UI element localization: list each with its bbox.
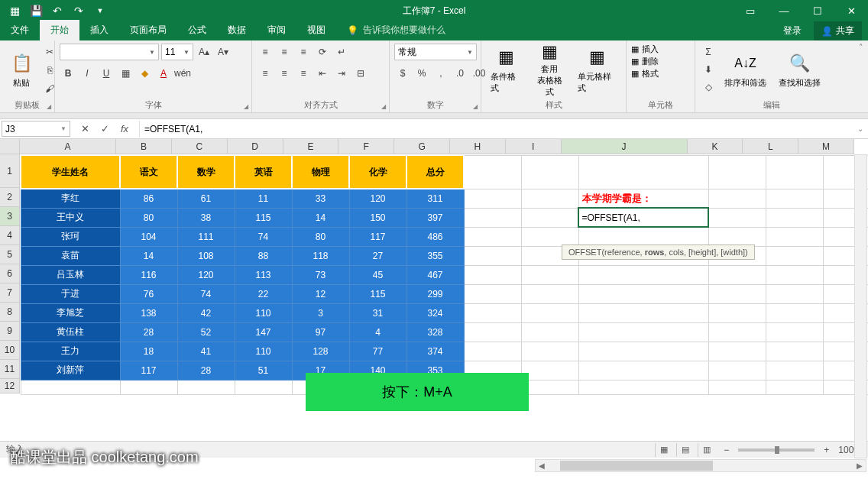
- zoom-out-icon[interactable]: −: [719, 445, 734, 455]
- cell[interactable]: 374: [406, 342, 464, 361]
- ribbon-options-icon[interactable]: ▭: [734, 0, 767, 21]
- cell[interactable]: [578, 265, 708, 284]
- cell[interactable]: [521, 155, 578, 189]
- cell[interactable]: 28: [177, 361, 235, 380]
- cell[interactable]: [521, 322, 578, 342]
- cell[interactable]: [521, 284, 578, 303]
- cell[interactable]: 4: [349, 322, 406, 342]
- page-break-icon[interactable]: ▥: [698, 443, 714, 457]
- col-header-M[interactable]: M: [798, 139, 854, 154]
- cell[interactable]: [464, 265, 521, 284]
- horizontal-scrollbar[interactable]: ◀ ▶: [535, 459, 866, 472]
- cell[interactable]: 吕玉林: [21, 265, 120, 284]
- row-header-6[interactable]: 6: [0, 264, 19, 283]
- cell[interactable]: 116: [120, 265, 177, 284]
- insert-button[interactable]: ▦插入: [631, 44, 659, 55]
- cell[interactable]: 王中义: [21, 208, 120, 227]
- qat-dropdown-icon[interactable]: ▼: [90, 2, 110, 20]
- cell[interactable]: 74: [177, 284, 235, 303]
- page-layout-icon[interactable]: ▤: [676, 443, 693, 457]
- cell[interactable]: 80: [120, 208, 177, 227]
- cell[interactable]: [464, 284, 521, 303]
- col-header-L[interactable]: L: [743, 139, 798, 154]
- number-format-combo[interactable]: 常规▼: [394, 44, 477, 60]
- cell[interactable]: [464, 227, 521, 246]
- cell[interactable]: [521, 303, 578, 322]
- align-right-icon[interactable]: ≡: [295, 65, 312, 82]
- cell[interactable]: 61: [177, 189, 235, 208]
- cell[interactable]: [578, 361, 708, 380]
- cell[interactable]: [464, 322, 521, 342]
- vertical-scrollbar[interactable]: [854, 154, 867, 458]
- undo-icon[interactable]: ↶: [47, 2, 67, 20]
- indent-dec-icon[interactable]: ⇤: [314, 65, 331, 82]
- cell[interactable]: 104: [120, 227, 177, 246]
- row-header-12[interactable]: 12: [0, 379, 19, 393]
- cell[interactable]: [766, 380, 823, 394]
- cell[interactable]: [708, 361, 766, 380]
- cell[interactable]: 42: [177, 303, 235, 322]
- cell[interactable]: 299: [406, 284, 464, 303]
- decimal-inc-icon[interactable]: .0: [452, 65, 468, 82]
- col-header-E[interactable]: E: [283, 139, 339, 154]
- cell[interactable]: [464, 303, 521, 322]
- cell[interactable]: 数学: [177, 155, 235, 189]
- cell[interactable]: [578, 284, 708, 303]
- fx-icon[interactable]: fx: [115, 121, 134, 138]
- cell[interactable]: 英语: [235, 155, 292, 189]
- cell[interactable]: [464, 189, 521, 208]
- row-header-7[interactable]: 7: [0, 283, 19, 303]
- col-header-B[interactable]: B: [116, 139, 172, 154]
- cell[interactable]: [766, 322, 823, 342]
- cell[interactable]: 14: [292, 208, 349, 227]
- cell[interactable]: [766, 208, 823, 227]
- expand-formula-icon[interactable]: ⌄: [853, 125, 868, 133]
- cell[interactable]: 77: [349, 342, 406, 361]
- cell[interactable]: 147: [235, 322, 292, 342]
- tab-formulas[interactable]: 公式: [177, 20, 217, 40]
- increase-font-icon[interactable]: A▴: [196, 44, 212, 60]
- zoom-in-icon[interactable]: +: [819, 445, 834, 455]
- cell[interactable]: [521, 361, 578, 380]
- cell[interactable]: 113: [235, 265, 292, 284]
- cell[interactable]: 化学: [349, 155, 406, 189]
- cell[interactable]: [766, 342, 823, 361]
- cell[interactable]: [521, 227, 578, 246]
- cell[interactable]: 3: [292, 303, 349, 322]
- cell[interactable]: [766, 361, 823, 380]
- formula-input[interactable]: =OFFSET(A1,: [139, 121, 853, 138]
- scroll-right-icon[interactable]: ▶: [853, 461, 866, 470]
- cell[interactable]: 45: [349, 265, 406, 284]
- scroll-left-icon[interactable]: ◀: [536, 461, 548, 470]
- save-icon[interactable]: 💾: [26, 2, 46, 20]
- select-all-corner[interactable]: [0, 139, 20, 154]
- cell[interactable]: 38: [177, 208, 235, 227]
- align-center-icon[interactable]: ≡: [276, 65, 293, 82]
- tab-view[interactable]: 视图: [296, 20, 336, 40]
- cancel-icon[interactable]: ✕: [75, 121, 95, 138]
- fill-color-icon[interactable]: ◆: [136, 65, 153, 82]
- cell[interactable]: [21, 380, 120, 394]
- cell[interactable]: [578, 380, 708, 394]
- col-header-F[interactable]: F: [338, 139, 394, 154]
- sort-filter-button[interactable]: A↓Z排序和筛选: [720, 44, 771, 96]
- row-header-10[interactable]: 10: [0, 341, 19, 360]
- row-header-5[interactable]: 5: [0, 245, 19, 264]
- align-top-icon[interactable]: ≡: [257, 44, 274, 60]
- col-header-J[interactable]: J: [562, 139, 688, 154]
- dialog-launcher-icon[interactable]: ◢: [47, 103, 51, 110]
- cell[interactable]: [464, 155, 521, 189]
- cell[interactable]: [521, 208, 578, 227]
- row-header-2[interactable]: 2: [0, 188, 19, 207]
- row-header-1[interactable]: 1: [0, 154, 19, 188]
- cell[interactable]: [708, 303, 766, 322]
- collapse-ribbon-icon[interactable]: ˄: [859, 43, 863, 53]
- italic-icon[interactable]: I: [79, 65, 96, 82]
- cell[interactable]: 467: [406, 265, 464, 284]
- cell[interactable]: 74: [235, 227, 292, 246]
- cell[interactable]: [521, 342, 578, 361]
- tell-me[interactable]: 💡告诉我你想要做什么: [336, 20, 456, 40]
- cell[interactable]: 41: [177, 342, 235, 361]
- cell[interactable]: 22: [235, 284, 292, 303]
- cell[interactable]: 14: [120, 246, 177, 265]
